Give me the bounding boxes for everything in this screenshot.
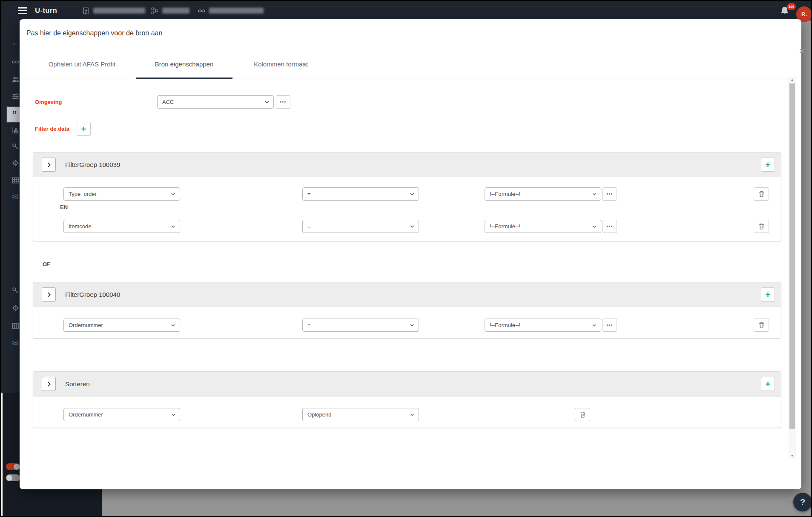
- value-select[interactable]: !--Formule--!: [485, 220, 601, 233]
- value-select-value: !--Formule--!: [490, 191, 520, 197]
- add-sort-row-button[interactable]: +: [761, 377, 775, 391]
- chevron-right-icon: [46, 381, 52, 388]
- add-filter-row-button[interactable]: +: [761, 287, 775, 302]
- field-select[interactable]: Itemcode: [63, 220, 180, 233]
- sidebar-item-connections[interactable]: [10, 57, 20, 67]
- chevron-right-icon: [46, 291, 52, 298]
- sidebar-item-mail[interactable]: ✉: [10, 192, 20, 202]
- operator-select[interactable]: =: [302, 187, 419, 201]
- sidebar-item-back[interactable]: ←: [10, 37, 20, 48]
- bar-chart-icon: [11, 126, 20, 134]
- omgeving-select-value: ACC: [162, 99, 174, 105]
- sidebar-item-keys-2[interactable]: [10, 285, 20, 296]
- trash-icon: [758, 190, 765, 198]
- key-icon: [11, 143, 20, 151]
- expand-button[interactable]: [42, 377, 56, 391]
- sort-field-select[interactable]: Ordernummer: [63, 408, 180, 421]
- app-title: U-turn: [35, 1, 57, 20]
- sidebar-item-tables-2[interactable]: [10, 321, 20, 331]
- toggle-switch-on[interactable]: [6, 463, 20, 470]
- chevron-down-icon: [591, 224, 597, 230]
- filter-row: Itemcode = !--Formule--! •••: [33, 220, 781, 233]
- filtergroup-title: FilterGroep 100039: [65, 152, 120, 177]
- dialog-scrollbar[interactable]: ▲ ▼: [789, 77, 796, 459]
- field-select[interactable]: Ordernummer: [63, 319, 180, 332]
- row-more-button[interactable]: •••: [603, 319, 617, 332]
- trash-icon: [758, 223, 765, 230]
- link-icon: [11, 58, 20, 66]
- chevron-down-icon: [409, 412, 415, 418]
- menu-icon[interactable]: [18, 7, 27, 14]
- sidebar-item-tables[interactable]: [10, 175, 20, 185]
- row-more-button[interactable]: •••: [603, 187, 617, 201]
- sort-direction-select[interactable]: Oplopend: [302, 408, 419, 421]
- arrow-left-icon: ←: [11, 38, 19, 47]
- omgeving-more-button[interactable]: •••: [276, 95, 290, 109]
- sort-direction-select-value: Oplopend: [307, 411, 331, 418]
- help-button[interactable]: ?: [793, 493, 812, 511]
- nav-item-link[interactable]: [198, 1, 264, 20]
- redacted-text: [162, 8, 189, 14]
- delete-sort-row-button[interactable]: [575, 408, 590, 421]
- trash-icon: [579, 411, 586, 418]
- field-select-value: Ordernummer: [69, 322, 103, 328]
- sidebar-item-users[interactable]: [10, 74, 20, 84]
- tab-kolommen-formaat[interactable]: Kolommen formaat: [232, 50, 329, 78]
- expand-button[interactable]: [42, 287, 56, 302]
- delete-row-button[interactable]: [754, 319, 769, 332]
- tab-bron-eigenschappen[interactable]: Bron eigenschappen: [136, 50, 232, 78]
- operator-select-value: =: [307, 191, 311, 197]
- chevron-right-icon: [46, 161, 52, 168]
- chevron-down-icon: [170, 412, 176, 418]
- nav-item-products[interactable]: [151, 1, 189, 20]
- application-window: U-turn 100 R. ← ” ⚙ ✉ ⚙ ✉: [0, 0, 812, 517]
- filter-row: Type_order = !--Formule--! •••: [33, 187, 781, 201]
- omgeving-label: Omgeving: [35, 95, 62, 109]
- chevron-down-icon: [591, 322, 597, 328]
- panel-edge-divider: [1, 393, 3, 516]
- sidebar-item-reports[interactable]: [10, 125, 20, 135]
- sidebar-item-quotes-selected[interactable]: ”: [6, 106, 20, 123]
- sidebar-item-settings[interactable]: ⚙: [10, 158, 20, 168]
- table-icon: [11, 322, 20, 330]
- add-filter-row-button[interactable]: +: [761, 158, 775, 172]
- operator-select-value: =: [307, 223, 311, 230]
- chevron-down-icon: [170, 322, 176, 328]
- toggle-switch-off[interactable]: [6, 474, 20, 481]
- chevron-down-icon: [409, 191, 415, 197]
- operator-select[interactable]: =: [302, 319, 419, 332]
- scroll-up-icon[interactable]: ▲: [789, 77, 796, 83]
- chevron-down-icon: [170, 191, 176, 197]
- value-select[interactable]: !--Formule--!: [485, 187, 601, 201]
- sidebar-item-settings-2[interactable]: ⚙: [10, 303, 20, 313]
- chevron-down-icon: [409, 224, 415, 230]
- hierarchy-icon: [151, 7, 159, 15]
- dialog-tabs: Ophalen uit AFAS Profit Bron eigenschapp…: [20, 50, 801, 78]
- expand-button[interactable]: [42, 158, 56, 172]
- key-icon: [11, 287, 20, 295]
- nav-item-company[interactable]: [82, 1, 145, 20]
- scroll-down-icon[interactable]: ▼: [789, 453, 796, 459]
- row-more-button[interactable]: •••: [603, 220, 617, 233]
- sidebar-item-keys[interactable]: [10, 141, 20, 152]
- filtergroup-header: FilterGroep 100039 +: [33, 152, 781, 177]
- sidebar-item-mail-2[interactable]: ✉: [10, 338, 20, 348]
- value-select[interactable]: !--Formule--!: [485, 319, 601, 332]
- chevron-down-icon: [264, 99, 270, 105]
- delete-row-button[interactable]: [754, 220, 769, 233]
- tab-ophalen-uit-afas-profit[interactable]: Ophalen uit AFAS Profit: [28, 50, 136, 78]
- filtergroup-panel-100039: FilterGroep 100039 + Type_order = !--For…: [33, 152, 781, 241]
- envelope-icon: ✉: [12, 192, 18, 201]
- omgeving-select[interactable]: ACC: [157, 95, 274, 109]
- add-filtergroup-button[interactable]: +: [77, 122, 91, 136]
- sidebar-item-settings-sliders[interactable]: [10, 91, 20, 101]
- filtergroup-header: FilterGroep 100040 +: [33, 282, 781, 307]
- notification-badge: 100: [787, 3, 796, 10]
- delete-row-button[interactable]: [754, 187, 769, 201]
- building-icon: [82, 7, 90, 15]
- operator-select[interactable]: =: [302, 220, 419, 233]
- sort-panel: Sorteren + Ordernummer Oplopend: [33, 371, 781, 428]
- field-select[interactable]: Type_order: [63, 187, 180, 201]
- sort-title: Sorteren: [65, 372, 90, 396]
- scrollbar-thumb[interactable]: [789, 83, 795, 429]
